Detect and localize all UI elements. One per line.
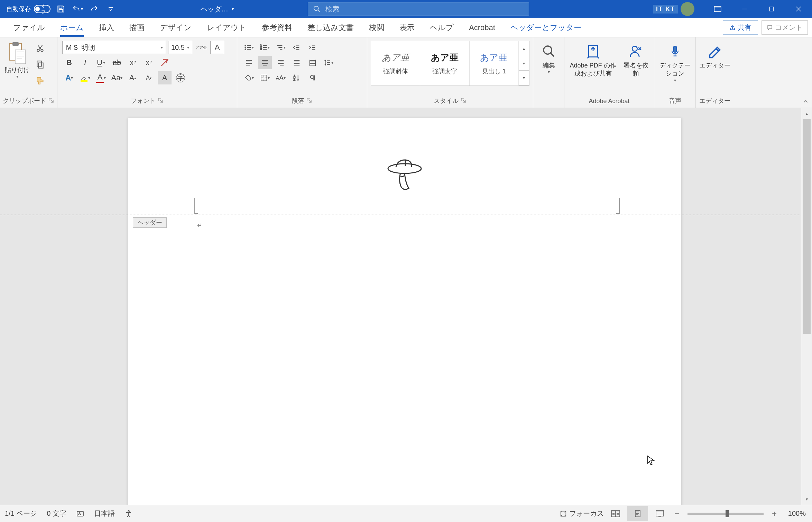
numbering-button[interactable]: 123▾	[258, 41, 272, 54]
dictation-button[interactable]: ディクテーション ▾	[656, 39, 693, 86]
collapse-ribbon-icon[interactable]	[802, 98, 809, 105]
qat-customize-icon[interactable]	[104, 3, 117, 15]
document-area[interactable]: ヘッダー ↵	[0, 108, 801, 505]
close-button[interactable]	[785, 0, 812, 18]
styles-scroll-up[interactable]: ▴	[519, 41, 529, 56]
multilevel-button[interactable]: ▾	[274, 41, 288, 54]
cut-button[interactable]	[34, 42, 46, 55]
zoom-slider-thumb[interactable]	[726, 510, 729, 517]
superscript-button[interactable]: x2	[142, 56, 156, 69]
scroll-down-button[interactable]: ▾	[801, 494, 812, 505]
tab-layout[interactable]: レイアウト	[199, 18, 254, 37]
font-launcher[interactable]	[158, 98, 164, 104]
style-emphasis-bold[interactable]: あア亜 強調太字	[420, 41, 469, 86]
spellcheck-icon[interactable]	[76, 510, 84, 518]
focus-button[interactable]: フォーカス	[560, 509, 604, 518]
maximize-button[interactable]	[758, 0, 785, 18]
align-right-button[interactable]	[274, 56, 288, 69]
text-effects-button[interactable]: A▾	[62, 71, 76, 84]
highlight-button[interactable]: ▾	[78, 71, 92, 84]
tab-mailings[interactable]: 差し込み文書	[300, 18, 361, 37]
styles-scroll-down[interactable]: ▾	[519, 56, 529, 71]
align-center-button[interactable]	[258, 56, 272, 69]
shrink-font-button[interactable]: A▾	[142, 71, 156, 84]
avatar[interactable]	[681, 2, 694, 16]
subscript-button[interactable]: x2	[126, 56, 140, 69]
minimize-button[interactable]	[731, 0, 758, 18]
font-size-combo[interactable]: 10.5▾	[168, 41, 192, 54]
document-title[interactable]: ヘッダ… ▾	[201, 4, 234, 14]
web-layout-button[interactable]	[649, 506, 670, 521]
create-pdf-button[interactable]: Adobe PDF の作成および共有	[567, 39, 619, 81]
scroll-up-button[interactable]: ▴	[801, 108, 812, 119]
sort-button[interactable]: AZ	[290, 71, 304, 84]
tab-view[interactable]: 表示	[392, 18, 422, 37]
font-name-combo[interactable]: ＭＳ 明朝▾	[62, 41, 166, 54]
tab-references[interactable]: 参考資料	[254, 18, 300, 37]
clipboard-launcher[interactable]	[48, 98, 55, 104]
increase-indent-button[interactable]	[306, 41, 320, 54]
redo-button[interactable]	[88, 3, 100, 15]
zoom-in-button[interactable]: +	[769, 509, 779, 519]
vertical-scrollbar[interactable]: ▴ ▾	[801, 108, 812, 505]
char-scale-button[interactable]: AA▾	[274, 71, 288, 84]
show-marks-button[interactable]	[306, 71, 320, 84]
justify-button[interactable]	[290, 56, 304, 69]
clear-format-button[interactable]	[158, 56, 172, 69]
change-case-button[interactable]: Aa▾	[110, 71, 124, 84]
page[interactable]: ヘッダー ↵	[128, 118, 681, 505]
user-tag[interactable]: IT KT	[653, 5, 678, 14]
header-region[interactable]	[128, 118, 681, 215]
zoom-slider[interactable]	[688, 513, 764, 515]
undo-button[interactable]: ▾	[71, 3, 84, 15]
bold-button[interactable]: B	[62, 56, 76, 69]
styles-launcher[interactable]	[461, 98, 467, 104]
grow-font-button[interactable]: A▴	[126, 71, 140, 84]
save-icon[interactable]	[55, 3, 67, 15]
copy-button[interactable]	[34, 58, 46, 71]
decrease-indent-button[interactable]	[290, 41, 304, 54]
tab-help[interactable]: ヘルプ	[422, 18, 461, 37]
underline-button[interactable]: U▾	[94, 56, 108, 69]
ribbon-mode-icon[interactable]	[704, 0, 731, 18]
align-left-button[interactable]	[242, 56, 256, 69]
styles-expand[interactable]: ▾	[519, 71, 529, 86]
tab-insert[interactable]: 挿入	[91, 18, 122, 37]
tab-home[interactable]: ホーム	[53, 18, 91, 37]
zoom-out-button[interactable]: −	[672, 509, 682, 519]
tab-design[interactable]: デザイン	[152, 18, 199, 37]
autosave-toggle[interactable]: 自動保存 オフ	[6, 5, 50, 13]
style-heading-1[interactable]: あア亜 見出し 1	[470, 41, 519, 86]
italic-button[interactable]: I	[78, 56, 92, 69]
tab-draw[interactable]: 描画	[122, 18, 152, 37]
distribute-button[interactable]	[306, 56, 320, 69]
font-color-button[interactable]: A▾	[94, 71, 108, 84]
ruby-button[interactable]: アア亜	[194, 41, 208, 54]
paragraph-launcher[interactable]	[306, 98, 313, 104]
editor-button[interactable]: エディター	[698, 39, 732, 72]
print-layout-button[interactable]	[627, 506, 648, 521]
tab-header-footer[interactable]: ヘッダーとフッター	[503, 18, 589, 37]
scroll-thumb[interactable]	[803, 119, 811, 334]
style-emphasis-italic[interactable]: あア亜 強調斜体	[371, 41, 420, 86]
borders-button[interactable]: ▾	[258, 71, 272, 84]
shading-button[interactable]: ▾	[242, 71, 256, 84]
word-count[interactable]: 0 文字	[47, 509, 66, 518]
format-painter-button[interactable]	[34, 74, 46, 87]
language-status[interactable]: 日本語	[94, 509, 115, 518]
comment-button[interactable]: コメント	[762, 20, 808, 35]
line-spacing-button[interactable]: ▾	[322, 56, 335, 69]
accessibility-icon[interactable]	[124, 510, 133, 518]
tab-review[interactable]: 校閲	[361, 18, 392, 37]
tab-acrobat[interactable]: Acrobat	[461, 18, 503, 37]
share-button[interactable]: 共有	[723, 20, 758, 35]
search-input[interactable]	[325, 5, 524, 13]
strikethrough-button[interactable]: ab	[110, 56, 124, 69]
search-box[interactable]	[308, 2, 529, 16]
char-shading-button[interactable]: A	[158, 71, 172, 84]
char-border-button[interactable]: A	[210, 41, 224, 54]
paste-button[interactable]: 貼り付け ▾	[2, 39, 33, 79]
page-count[interactable]: 1/1 ページ	[5, 509, 37, 518]
edit-button[interactable]: 編集 ▾	[538, 39, 559, 77]
read-mode-button[interactable]	[605, 506, 626, 521]
